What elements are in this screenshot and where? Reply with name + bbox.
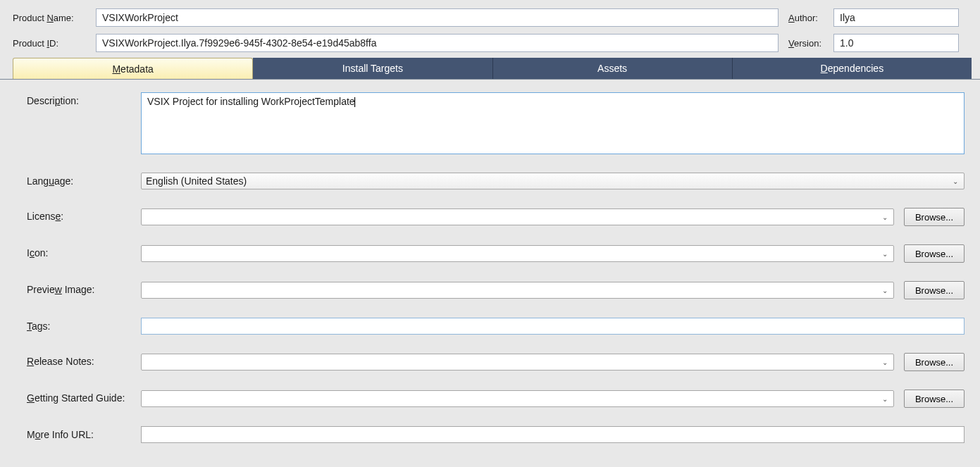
author-label: Author:: [783, 13, 829, 23]
getting-started-label: Getting Started Guide:: [27, 390, 141, 404]
icon-label: Icon:: [27, 244, 141, 259]
more-info-url-label: More Info URL:: [27, 426, 141, 440]
icon-browse-button[interactable]: Browse...: [904, 244, 965, 263]
chevron-down-icon: ⌄: [881, 287, 889, 294]
getting-started-combobox[interactable]: ⌄: [141, 390, 894, 407]
tab-assets[interactable]: Assets: [493, 58, 733, 79]
license-label: License:: [27, 208, 141, 222]
release-notes-browse-button[interactable]: Browse...: [904, 353, 965, 371]
tags-input[interactable]: [141, 318, 965, 335]
getting-started-browse-button[interactable]: Browse...: [904, 390, 965, 408]
product-name-input[interactable]: [96, 8, 779, 27]
tab-metadata[interactable]: Metadata: [13, 58, 253, 79]
tab-dependencies[interactable]: Dependencies: [733, 58, 972, 79]
version-label: Version:: [783, 38, 829, 49]
license-combobox[interactable]: ⌄: [141, 208, 894, 225]
preview-image-combobox[interactable]: ⌄: [141, 282, 894, 299]
author-input[interactable]: [833, 8, 959, 27]
language-label: Language:: [27, 173, 141, 187]
description-label: Description:: [27, 92, 141, 106]
release-notes-label: Release Notes:: [27, 353, 141, 367]
release-notes-combobox[interactable]: ⌄: [141, 354, 894, 371]
chevron-down-icon: ⌄: [881, 213, 889, 221]
chevron-down-icon: ⌄: [881, 250, 889, 258]
product-name-label: Product Name:: [13, 13, 92, 23]
tab-install-targets[interactable]: Install Targets: [253, 58, 492, 79]
version-input[interactable]: [833, 34, 959, 52]
more-info-url-input[interactable]: [141, 426, 965, 443]
icon-combobox[interactable]: ⌄: [141, 245, 894, 262]
license-browse-button[interactable]: Browse...: [904, 208, 965, 226]
language-combobox[interactable]: English (United States) ⌄: [141, 173, 965, 189]
preview-image-label: Preview Image:: [27, 281, 141, 295]
description-textarea[interactable]: VSIX Project for installing WorkProjectT…: [141, 92, 965, 154]
preview-image-browse-button[interactable]: Browse...: [904, 281, 965, 299]
chevron-down-icon: ⌄: [881, 359, 889, 366]
chevron-down-icon: ⌄: [951, 178, 960, 185]
product-id-label: Product ID:: [13, 38, 92, 49]
tags-label: Tags:: [27, 318, 141, 332]
tab-strip: Metadata Install Targets Assets Dependen…: [0, 58, 980, 80]
chevron-down-icon: ⌄: [881, 395, 889, 403]
product-id-input[interactable]: [96, 34, 779, 52]
